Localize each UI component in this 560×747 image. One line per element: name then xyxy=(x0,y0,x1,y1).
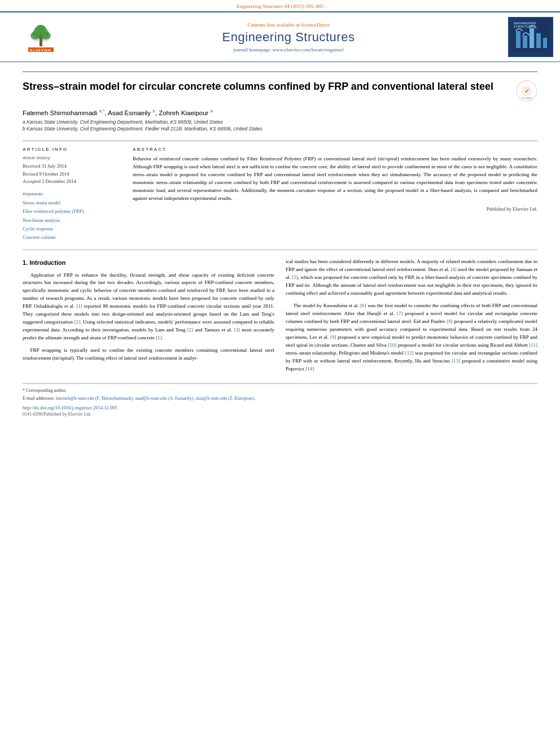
abstract-col: ABSTRACT Behavior of reinforced concrete… xyxy=(133,147,537,242)
intro-para2: FRP wrapping is typically used to confin… xyxy=(23,347,274,362)
keywords-section: Keywords: Stress–strain model Fiber rein… xyxy=(23,191,121,242)
svg-rect-18 xyxy=(543,38,547,48)
svg-rect-14 xyxy=(516,31,520,48)
elsevier-tree-icon: ELSEVIER xyxy=(25,21,56,53)
article-info-heading: ARTICLE INFO xyxy=(23,147,121,152)
svg-point-9 xyxy=(32,30,40,37)
keyword-5: Concrete column xyxy=(23,233,121,242)
introduction-heading: 1. Introduction xyxy=(23,258,274,268)
email-addresses: fatemeh@k-state.edu (F. Shirmohammadi), … xyxy=(56,396,256,401)
ref-2b[interactable]: [2] xyxy=(187,327,194,333)
intro-para3: ical studies has been considered differe… xyxy=(286,258,537,298)
right-badge-area: ENGINEERING STRUCTURES xyxy=(502,17,553,57)
journal-title-area: Contents lists available at ScienceDirec… xyxy=(75,22,502,53)
author-2: Asad Esmaeily b xyxy=(108,110,155,116)
right-body-col: ical studies has been considered differe… xyxy=(286,258,537,377)
revised-date: Revised 9 October 2014 xyxy=(23,171,121,178)
author-names: Fatemeh Shirmohammadi a,*, Asad Esmaeily… xyxy=(23,108,537,116)
journal-header: ELSEVIER Contents lists available at Sci… xyxy=(0,11,560,62)
body-two-col: 1. Introduction Application of FRP to en… xyxy=(23,258,537,377)
ref-11[interactable]: [11] xyxy=(529,342,537,348)
email-line: E-mail addresses: fatemeh@k-state.edu (F… xyxy=(23,395,537,401)
keyword-1: Stress–strain model xyxy=(23,199,121,207)
ref-9[interactable]: [9] xyxy=(330,334,336,340)
svg-point-10 xyxy=(41,30,49,37)
elsevier-logo-area: ELSEVIER xyxy=(7,21,75,53)
journal-title: Engineering Structures xyxy=(75,30,502,45)
ref-1b[interactable]: [1] xyxy=(156,335,162,340)
ref-1[interactable]: [1] xyxy=(76,303,82,309)
corresponding-note: * Corresponding author. xyxy=(23,387,537,394)
engineering-structures-badge: ENGINEERING STRUCTURES xyxy=(508,17,553,57)
ref-4[interactable]: [4] xyxy=(450,267,457,272)
affiliations: a Kansas State University, Civil Enginee… xyxy=(23,119,537,132)
keywords-list: Stress–strain model Fiber reinforced pol… xyxy=(23,199,121,242)
ref-14[interactable]: [14] xyxy=(305,366,314,372)
abstract-text: Behavior of reinforced concrete columns … xyxy=(133,155,537,203)
svg-text:ELSEVIER: ELSEVIER xyxy=(30,49,51,52)
ref-10[interactable]: [10] xyxy=(388,342,396,348)
accepted-date: Accepted 2 December 2014 xyxy=(23,178,121,186)
ref-6[interactable]: [6] xyxy=(360,303,366,308)
journal-reference: Engineering Structures 84 (2015) 395–405 xyxy=(0,0,560,11)
issn-line: 0141-0296/Published by Elsevier Ltd. xyxy=(23,412,537,417)
body-divider xyxy=(23,250,537,250)
received-date: Received 31 July 2014 xyxy=(23,163,121,171)
sciencedirect-prefix: Contents lists available at xyxy=(248,22,300,28)
crossmark-icon: ✓ CrossMark xyxy=(516,80,537,102)
article-info-col: ARTICLE INFO Article history: Received 3… xyxy=(23,147,121,242)
homepage-line: journal homepage: www.elsevier.com/locat… xyxy=(75,47,502,53)
abstract-heading: ABSTRACT xyxy=(133,147,537,152)
keywords-label: Keywords: xyxy=(23,191,121,196)
crossmark-area: ✓ CrossMark xyxy=(516,80,537,103)
ref-3[interactable]: [3] xyxy=(234,327,240,333)
keyword-2: Fiber reinforced polymer (FRP) xyxy=(23,207,121,216)
footer-links: http://dx.doi.org/10.1016/j.engstruct.20… xyxy=(23,405,537,417)
email-label: E-mail addresses: xyxy=(23,396,55,401)
ref-8[interactable]: [8] xyxy=(447,318,453,324)
history-label: Article history: xyxy=(23,155,121,160)
authors-section: Fatemeh Shirmohammadi a,*, Asad Esmaeily… xyxy=(23,108,537,132)
footer-notes: * Corresponding author. E-mail addresses… xyxy=(23,383,537,417)
author-1: Fatemeh Shirmohammadi a,* xyxy=(23,110,104,116)
homepage-link[interactable]: www.elsevier.com/locate/engstruct xyxy=(273,47,344,53)
doi-link[interactable]: http://dx.doi.org/10.1016/j.engstruct.20… xyxy=(23,405,537,410)
article-dates: Received 31 July 2014 Revised 9 October … xyxy=(23,163,121,186)
ref-13[interactable]: [13] xyxy=(452,358,460,364)
elsevier-logo: ELSEVIER xyxy=(7,21,75,53)
two-col-section: ARTICLE INFO Article history: Received 3… xyxy=(23,141,537,242)
svg-rect-4 xyxy=(40,37,42,46)
main-content: Stress–strain model for circular concret… xyxy=(0,62,560,422)
ref-2a[interactable]: [2] xyxy=(75,319,81,325)
svg-rect-16 xyxy=(530,28,534,48)
svg-text:CrossMark: CrossMark xyxy=(521,97,532,99)
svg-text:STRUCTURES: STRUCTURES xyxy=(514,25,536,28)
affiliation-a: a Kansas State University, Civil Enginee… xyxy=(23,119,537,125)
intro-para1: Application of FRP to enhance the ductil… xyxy=(23,272,274,342)
doi-text[interactable]: http://dx.doi.org/10.1016/j.engstruct.20… xyxy=(23,405,117,410)
article-title-section: Stress–strain model for circular concret… xyxy=(23,71,537,103)
sciencedirect-link[interactable]: ScienceDirect xyxy=(301,22,329,28)
ref-12[interactable]: [12] xyxy=(405,350,414,356)
ref-5[interactable]: [5] xyxy=(292,274,298,280)
journal-ref-text: Engineering Structures 84 (2015) 395–405 xyxy=(237,3,323,9)
sciencedirect-line: Contents lists available at ScienceDirec… xyxy=(75,22,502,28)
svg-rect-17 xyxy=(536,33,541,48)
left-body-col: 1. Introduction Application of FRP to en… xyxy=(23,258,274,377)
intro-para4: The model by Kawashima et al. [6] was th… xyxy=(286,302,537,373)
svg-rect-15 xyxy=(523,36,527,48)
published-by: Published by Elsevier Ltd. xyxy=(133,206,537,212)
badge-icon: ENGINEERING STRUCTURES xyxy=(511,20,550,53)
author-3: Zohreh Kiaeipour a xyxy=(159,110,213,116)
affiliation-b: b Kansas State University, Civil Enginee… xyxy=(23,126,537,132)
title-area: Stress–strain model for circular concret… xyxy=(23,80,516,93)
keyword-4: Cyclic response xyxy=(23,225,121,233)
svg-text:✓: ✓ xyxy=(524,88,530,94)
homepage-prefix: journal homepage: xyxy=(233,47,271,53)
keyword-3: Non-linear analysis xyxy=(23,216,121,225)
ref-7[interactable]: [7] xyxy=(397,311,403,316)
article-title: Stress–strain model for circular concret… xyxy=(23,80,505,93)
